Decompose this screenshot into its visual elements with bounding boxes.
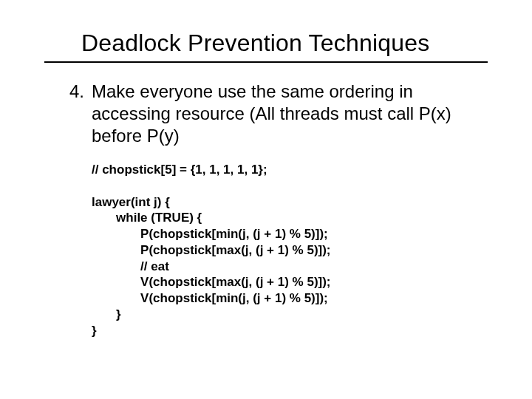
slide: Deadlock Prevention Techniques 4. Make e… xyxy=(0,0,532,399)
code-line: } xyxy=(92,307,121,321)
list-item: 4. Make everyone use the same ordering i… xyxy=(49,81,488,147)
code-line: P(chopstick[max(j, (j + 1) % 5)]); xyxy=(92,243,331,257)
code-line: P(chopstick[min(j, (j + 1) % 5)]); xyxy=(92,227,328,241)
code-line: while (TRUE) { xyxy=(92,211,202,225)
code-line: lawyer(int j) { xyxy=(92,195,170,209)
code-line: // chopstick[5] = {1, 1, 1, 1, 1}; xyxy=(92,163,267,177)
code-line: // eat xyxy=(92,259,169,273)
title-underline xyxy=(44,61,488,63)
slide-title: Deadlock Prevention Techniques xyxy=(81,30,488,57)
list-number: 4. xyxy=(49,81,92,147)
list-text: Make everyone use the same ordering in a… xyxy=(92,81,488,147)
code-line: V(chopstick[min(j, (j + 1) % 5)]); xyxy=(92,291,328,305)
code-line: V(chopstick[max(j, (j + 1) % 5)]); xyxy=(92,275,331,289)
code-line: } xyxy=(92,324,97,338)
code-block: // chopstick[5] = {1, 1, 1, 1, 1}; lawye… xyxy=(92,162,488,338)
